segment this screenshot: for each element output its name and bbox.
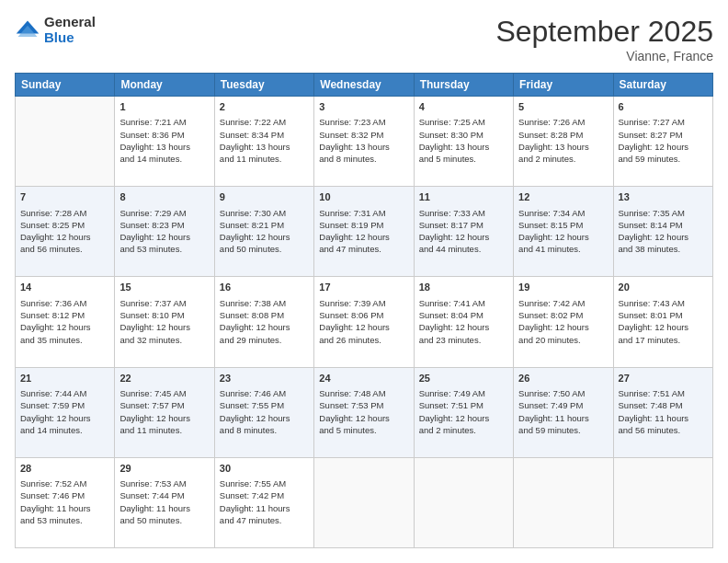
day-info: and 5 minutes.: [419, 153, 508, 165]
day-number: 19: [518, 281, 608, 294]
day-info: Sunset: 8:01 PM: [619, 309, 708, 321]
day-number: 26: [518, 372, 608, 385]
col-header-thursday: Thursday: [414, 74, 513, 97]
day-info: Daylight: 12 hours: [518, 321, 608, 333]
calendar-cell-2-3: 17Sunrise: 7:39 AMSunset: 8:06 PMDayligh…: [314, 277, 414, 367]
calendar-header-row: SundayMondayTuesdayWednesdayThursdayFrid…: [16, 74, 713, 97]
day-info: Sunset: 8:17 PM: [419, 219, 508, 231]
day-number: 20: [619, 281, 708, 294]
day-info: and 8 minutes.: [319, 153, 408, 165]
day-info: and 29 minutes.: [220, 334, 309, 346]
day-info: Sunrise: 7:48 AM: [319, 387, 408, 399]
calendar-cell-4-5: [514, 457, 613, 547]
day-info: Sunset: 8:08 PM: [220, 309, 309, 321]
day-info: and 17 minutes.: [619, 334, 708, 346]
day-info: Sunrise: 7:41 AM: [419, 297, 508, 309]
day-info: and 5 minutes.: [319, 424, 408, 436]
day-number: 2: [220, 100, 309, 114]
col-header-wednesday: Wednesday: [314, 74, 414, 97]
day-info: Daylight: 13 hours: [518, 141, 608, 153]
day-info: Sunset: 8:12 PM: [20, 309, 109, 321]
day-info: Sunrise: 7:46 AM: [220, 387, 309, 399]
day-info: Sunset: 8:02 PM: [518, 309, 608, 321]
day-info: Daylight: 12 hours: [20, 231, 109, 243]
day-info: Daylight: 13 hours: [319, 141, 408, 153]
week-row-2: 14Sunrise: 7:36 AMSunset: 8:12 PMDayligh…: [16, 277, 713, 367]
page: General Blue September 2025 Vianne, Fran…: [0, 0, 728, 563]
day-info: Sunrise: 7:39 AM: [319, 297, 408, 309]
day-info: Daylight: 12 hours: [20, 321, 109, 333]
day-info: Sunset: 7:51 PM: [419, 399, 508, 411]
day-number: 1: [119, 100, 209, 114]
day-info: Sunrise: 7:45 AM: [119, 387, 209, 399]
day-number: 23: [220, 372, 309, 385]
day-number: 3: [319, 100, 408, 114]
day-info: Daylight: 11 hours: [619, 412, 708, 424]
day-info: Sunset: 7:57 PM: [119, 399, 209, 411]
calendar-cell-0-6: 6Sunrise: 7:27 AMSunset: 8:27 PMDaylight…: [613, 97, 712, 187]
calendar-cell-2-1: 15Sunrise: 7:37 AMSunset: 8:10 PMDayligh…: [115, 277, 214, 367]
location: Vianne, France: [495, 49, 713, 63]
day-info: Daylight: 12 hours: [518, 231, 608, 243]
calendar-cell-3-2: 23Sunrise: 7:46 AMSunset: 7:55 PMDayligh…: [214, 367, 313, 457]
day-info: and 11 minutes.: [119, 424, 209, 436]
day-info: Daylight: 12 hours: [419, 412, 508, 424]
calendar-cell-0-5: 5Sunrise: 7:26 AMSunset: 8:28 PMDaylight…: [514, 97, 613, 187]
calendar-cell-4-2: 30Sunrise: 7:55 AMSunset: 7:42 PMDayligh…: [214, 457, 313, 547]
day-info: Daylight: 13 hours: [419, 141, 508, 153]
day-info: and 50 minutes.: [119, 514, 209, 526]
day-info: Sunset: 7:55 PM: [220, 399, 309, 411]
day-info: Daylight: 11 hours: [220, 502, 309, 514]
day-info: and 47 minutes.: [319, 243, 408, 255]
calendar-cell-0-4: 4Sunrise: 7:25 AMSunset: 8:30 PMDaylight…: [414, 97, 513, 187]
day-info: Sunrise: 7:53 AM: [119, 477, 209, 489]
day-number: 15: [119, 281, 209, 294]
day-info: and 59 minutes.: [518, 424, 608, 436]
day-info: Sunrise: 7:30 AM: [220, 207, 309, 219]
day-info: and 35 minutes.: [20, 334, 109, 346]
calendar-cell-2-5: 19Sunrise: 7:42 AMSunset: 8:02 PMDayligh…: [514, 277, 613, 367]
day-number: 24: [319, 372, 408, 385]
day-info: and 26 minutes.: [319, 334, 408, 346]
day-info: and 53 minutes.: [119, 243, 209, 255]
week-row-3: 21Sunrise: 7:44 AMSunset: 7:59 PMDayligh…: [16, 367, 713, 457]
day-info: and 41 minutes.: [518, 243, 608, 255]
day-number: 13: [619, 190, 708, 204]
day-info: Daylight: 12 hours: [220, 412, 309, 424]
day-info: Sunrise: 7:21 AM: [119, 116, 209, 128]
day-info: and 11 minutes.: [220, 153, 309, 165]
day-info: Sunrise: 7:50 AM: [518, 387, 608, 399]
day-number: 5: [518, 100, 608, 114]
day-info: Sunrise: 7:38 AM: [220, 297, 309, 309]
day-info: Sunrise: 7:23 AM: [319, 116, 408, 128]
day-info: Sunrise: 7:34 AM: [518, 207, 608, 219]
calendar-cell-4-3: [314, 457, 414, 547]
day-info: Daylight: 12 hours: [220, 231, 309, 243]
calendar-cell-4-0: 28Sunrise: 7:52 AMSunset: 7:46 PMDayligh…: [16, 457, 115, 547]
calendar-cell-1-0: 7Sunrise: 7:28 AMSunset: 8:25 PMDaylight…: [16, 187, 115, 277]
day-info: and 59 minutes.: [619, 153, 708, 165]
day-info: and 14 minutes.: [119, 153, 209, 165]
day-info: Daylight: 12 hours: [119, 231, 209, 243]
day-info: Sunset: 7:59 PM: [20, 399, 109, 411]
day-number: 21: [20, 372, 109, 385]
logo-icon: [15, 17, 40, 43]
logo: General Blue: [15, 15, 96, 45]
logo-text: General Blue: [44, 15, 96, 45]
day-info: Sunset: 8:04 PM: [419, 309, 508, 321]
day-info: Sunset: 7:48 PM: [619, 399, 708, 411]
day-info: and 2 minutes.: [419, 424, 508, 436]
day-number: 28: [20, 462, 109, 476]
day-info: Sunrise: 7:49 AM: [419, 387, 508, 399]
day-number: 4: [419, 100, 508, 114]
calendar-cell-1-5: 12Sunrise: 7:34 AMSunset: 8:15 PMDayligh…: [514, 187, 613, 277]
calendar-cell-3-5: 26Sunrise: 7:50 AMSunset: 7:49 PMDayligh…: [514, 367, 613, 457]
day-info: Daylight: 12 hours: [419, 321, 508, 333]
day-info: Daylight: 12 hours: [20, 412, 109, 424]
day-info: and 47 minutes.: [220, 514, 309, 526]
day-info: Sunrise: 7:35 AM: [619, 207, 708, 219]
day-number: 6: [619, 100, 708, 114]
day-info: Sunrise: 7:55 AM: [220, 477, 309, 489]
calendar-cell-1-3: 10Sunrise: 7:31 AMSunset: 8:19 PMDayligh…: [314, 187, 414, 277]
day-number: 12: [518, 190, 608, 204]
